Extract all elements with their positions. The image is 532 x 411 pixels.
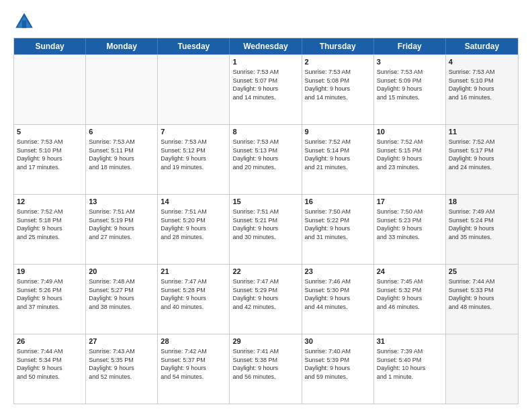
cell-text: Sunrise: 7:53 AM Sunset: 5:10 PM Dayligh… (449, 68, 495, 101)
day-number: 6 (89, 127, 154, 137)
calendar-cell-day-8: 8Sunrise: 7:53 AM Sunset: 5:13 PM Daylig… (230, 125, 302, 194)
calendar-cell-day-27: 27Sunrise: 7:43 AM Sunset: 5:35 PM Dayli… (86, 334, 158, 404)
calendar-cell-day-23: 23Sunrise: 7:46 AM Sunset: 5:30 PM Dayli… (302, 265, 374, 334)
cell-text: Sunrise: 7:44 AM Sunset: 5:33 PM Dayligh… (449, 278, 495, 310)
cell-text: Sunrise: 7:45 AM Sunset: 5:32 PM Dayligh… (377, 278, 423, 310)
day-number: 8 (232, 127, 298, 137)
cell-text: Sunrise: 7:47 AM Sunset: 5:29 PM Dayligh… (232, 278, 279, 310)
calendar-cell-day-25: 25Sunrise: 7:44 AM Sunset: 5:33 PM Dayli… (446, 265, 518, 334)
cell-text: Sunrise: 7:41 AM Sunset: 5:38 PM Dayligh… (232, 348, 279, 380)
cell-text: Sunrise: 7:53 AM Sunset: 5:09 PM Dayligh… (377, 68, 423, 101)
day-number: 30 (305, 336, 371, 347)
calendar-cell-day-10: 10Sunrise: 7:52 AM Sunset: 5:15 PM Dayli… (374, 125, 446, 194)
page: SundayMondayTuesdayWednesdayThursdayFrid… (0, 0, 532, 411)
cell-text: Sunrise: 7:53 AM Sunset: 5:08 PM Dayligh… (305, 68, 351, 101)
calendar-cell-empty (86, 55, 158, 124)
calendar-cell-day-31: 31Sunrise: 7:39 AM Sunset: 5:40 PM Dayli… (374, 334, 446, 404)
calendar-cell-day-30: 30Sunrise: 7:40 AM Sunset: 5:39 PM Dayli… (302, 334, 374, 404)
weekday-header-wednesday: Wednesday (230, 38, 302, 54)
calendar-cell-day-2: 2Sunrise: 7:53 AM Sunset: 5:08 PM Daylig… (302, 55, 374, 124)
calendar-cell-day-3: 3Sunrise: 7:53 AM Sunset: 5:09 PM Daylig… (374, 55, 446, 124)
day-number: 22 (232, 267, 298, 277)
day-number: 28 (161, 336, 226, 347)
cell-text: Sunrise: 7:46 AM Sunset: 5:30 PM Dayligh… (305, 278, 351, 310)
logo (13, 11, 38, 32)
cell-text: Sunrise: 7:51 AM Sunset: 5:19 PM Dayligh… (89, 208, 135, 240)
cell-text: Sunrise: 7:50 AM Sunset: 5:23 PM Dayligh… (377, 208, 423, 240)
day-number: 12 (17, 197, 83, 207)
cell-text: Sunrise: 7:53 AM Sunset: 5:11 PM Dayligh… (89, 138, 135, 171)
calendar-cell-day-20: 20Sunrise: 7:48 AM Sunset: 5:27 PM Dayli… (86, 265, 158, 334)
calendar-cell-day-13: 13Sunrise: 7:51 AM Sunset: 5:19 PM Dayli… (86, 195, 158, 264)
header (13, 11, 519, 32)
day-number: 7 (161, 127, 226, 137)
day-number: 5 (17, 127, 83, 137)
day-number: 10 (377, 127, 443, 137)
day-number: 19 (17, 267, 83, 277)
calendar-row-3: 19Sunrise: 7:49 AM Sunset: 5:26 PM Dayli… (14, 264, 518, 334)
cell-text: Sunrise: 7:39 AM Sunset: 5:40 PM Dayligh… (377, 348, 426, 380)
day-number: 11 (449, 127, 515, 137)
day-number: 3 (377, 57, 443, 67)
calendar-cell-day-21: 21Sunrise: 7:47 AM Sunset: 5:28 PM Dayli… (158, 265, 230, 334)
weekday-header-friday: Friday (374, 38, 446, 54)
logo-icon (13, 11, 35, 32)
cell-text: Sunrise: 7:52 AM Sunset: 5:18 PM Dayligh… (17, 208, 63, 240)
calendar-body: 1Sunrise: 7:53 AM Sunset: 5:07 PM Daylig… (14, 54, 518, 404)
day-number: 18 (449, 197, 515, 207)
calendar-header: SundayMondayTuesdayWednesdayThursdayFrid… (14, 38, 518, 54)
day-number: 25 (449, 267, 515, 277)
cell-text: Sunrise: 7:53 AM Sunset: 5:13 PM Dayligh… (232, 138, 279, 171)
day-number: 4 (449, 57, 515, 67)
day-number: 20 (89, 267, 154, 277)
calendar-row-0: 1Sunrise: 7:53 AM Sunset: 5:07 PM Daylig… (14, 54, 518, 124)
calendar-row-1: 5Sunrise: 7:53 AM Sunset: 5:10 PM Daylig… (14, 124, 518, 194)
day-number: 24 (377, 267, 443, 277)
calendar-cell-empty (14, 55, 86, 124)
calendar-cell-day-19: 19Sunrise: 7:49 AM Sunset: 5:26 PM Dayli… (14, 265, 86, 334)
calendar-cell-day-17: 17Sunrise: 7:50 AM Sunset: 5:23 PM Dayli… (374, 195, 446, 264)
day-number: 17 (377, 197, 443, 207)
calendar-cell-day-12: 12Sunrise: 7:52 AM Sunset: 5:18 PM Dayli… (14, 195, 86, 264)
calendar-cell-day-6: 6Sunrise: 7:53 AM Sunset: 5:11 PM Daylig… (86, 125, 158, 194)
day-number: 1 (232, 57, 298, 67)
calendar-cell-day-28: 28Sunrise: 7:42 AM Sunset: 5:37 PM Dayli… (158, 334, 230, 404)
weekday-header-sunday: Sunday (14, 38, 86, 54)
cell-text: Sunrise: 7:42 AM Sunset: 5:37 PM Dayligh… (161, 348, 207, 380)
day-number: 16 (305, 197, 371, 207)
cell-text: Sunrise: 7:48 AM Sunset: 5:27 PM Dayligh… (89, 278, 135, 310)
calendar-cell-day-18: 18Sunrise: 7:49 AM Sunset: 5:24 PM Dayli… (446, 195, 518, 264)
calendar-cell-day-24: 24Sunrise: 7:45 AM Sunset: 5:32 PM Dayli… (374, 265, 446, 334)
day-number: 21 (161, 267, 226, 277)
day-number: 9 (305, 127, 371, 137)
calendar-cell-empty (446, 334, 518, 404)
day-number: 13 (89, 197, 154, 207)
cell-text: Sunrise: 7:53 AM Sunset: 5:10 PM Dayligh… (17, 138, 63, 171)
cell-text: Sunrise: 7:49 AM Sunset: 5:26 PM Dayligh… (17, 278, 63, 310)
calendar-cell-day-15: 15Sunrise: 7:51 AM Sunset: 5:21 PM Dayli… (230, 195, 302, 264)
calendar-cell-day-5: 5Sunrise: 7:53 AM Sunset: 5:10 PM Daylig… (14, 125, 86, 194)
cell-text: Sunrise: 7:52 AM Sunset: 5:15 PM Dayligh… (377, 138, 423, 171)
svg-rect-2 (22, 20, 26, 28)
day-number: 29 (232, 336, 298, 347)
calendar-cell-day-22: 22Sunrise: 7:47 AM Sunset: 5:29 PM Dayli… (230, 265, 302, 334)
day-number: 14 (161, 197, 226, 207)
calendar-cell-day-29: 29Sunrise: 7:41 AM Sunset: 5:38 PM Dayli… (230, 334, 302, 404)
cell-text: Sunrise: 7:51 AM Sunset: 5:21 PM Dayligh… (232, 208, 279, 240)
cell-text: Sunrise: 7:44 AM Sunset: 5:34 PM Dayligh… (17, 348, 63, 380)
calendar-cell-empty (158, 55, 230, 124)
day-number: 27 (89, 336, 154, 347)
calendar-cell-day-1: 1Sunrise: 7:53 AM Sunset: 5:07 PM Daylig… (230, 55, 302, 124)
calendar-cell-day-4: 4Sunrise: 7:53 AM Sunset: 5:10 PM Daylig… (446, 55, 518, 124)
calendar-cell-day-16: 16Sunrise: 7:50 AM Sunset: 5:22 PM Dayli… (302, 195, 374, 264)
day-number: 2 (305, 57, 371, 67)
cell-text: Sunrise: 7:52 AM Sunset: 5:14 PM Dayligh… (305, 138, 351, 171)
cell-text: Sunrise: 7:40 AM Sunset: 5:39 PM Dayligh… (305, 348, 351, 380)
weekday-header-saturday: Saturday (446, 38, 518, 54)
calendar-cell-day-7: 7Sunrise: 7:53 AM Sunset: 5:12 PM Daylig… (158, 125, 230, 194)
weekday-header-tuesday: Tuesday (158, 38, 230, 54)
cell-text: Sunrise: 7:50 AM Sunset: 5:22 PM Dayligh… (305, 208, 351, 240)
cell-text: Sunrise: 7:47 AM Sunset: 5:28 PM Dayligh… (161, 278, 207, 310)
calendar: SundayMondayTuesdayWednesdayThursdayFrid… (13, 38, 519, 404)
calendar-cell-day-9: 9Sunrise: 7:52 AM Sunset: 5:14 PM Daylig… (302, 125, 374, 194)
